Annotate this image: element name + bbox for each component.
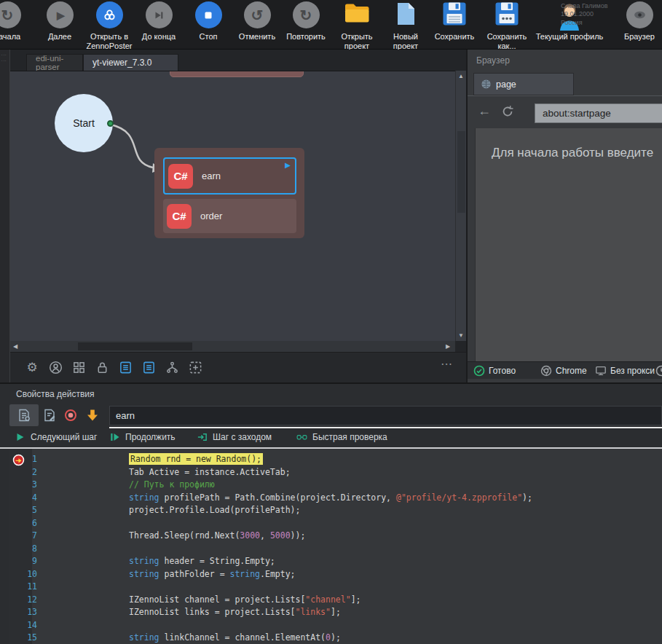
code-line[interactable]: 13IZennoList links = project.Lists["link… [9,606,662,619]
branch-icon[interactable] [165,360,179,374]
save-icon [442,1,467,31]
offscreen-group-block[interactable] [170,71,304,77]
tab-separator [468,95,662,96]
action-group[interactable]: C#earn▶C#order [154,148,304,238]
open-folder-icon [343,1,371,31]
doc-gear-button[interactable] [9,404,39,426]
status-label: Готово [489,366,516,376]
debug-action-dbg-play[interactable]: Следующий шаг [15,432,97,442]
code-line[interactable]: 8 [9,543,662,556]
debug-action-dbg-resume[interactable]: Продолжить [109,432,176,442]
code-line[interactable]: 5project.Profile.Load(profilePath); [9,504,662,517]
code-text: string header = String.Empty; [129,556,275,566]
record-button[interactable] [60,404,82,426]
list-icon[interactable] [118,360,133,374]
arrow-down-button[interactable] [82,404,103,426]
toolbar-button-undo[interactable]: ↺Отменить [233,1,281,42]
toolbar-button-stop[interactable]: Стоп [184,1,232,42]
code-line[interactable]: 12IZennoList channel = project.Lists["ch… [9,594,662,607]
person-circle-icon[interactable] [48,360,63,374]
back-icon[interactable]: ← [478,103,491,119]
lock-icon[interactable] [95,360,109,374]
chrome-icon [540,365,552,377]
profile-info-dob: 19.01.2000 [561,10,608,18]
more-tools-icon[interactable]: ⋯ [441,357,453,371]
code-editor[interactable]: 1Random rnd = new Random();2Tab Active =… [9,449,662,644]
refresh-icon[interactable] [501,105,514,118]
canvas-horizontal-scrollbar[interactable]: ◀ ▶ [10,341,455,352]
toolbar-button-zennoposter[interactable]: Открыть в ZennoPoster [80,1,138,50]
toolbar-button-label: Открыть проект [331,32,382,50]
csharp-badge: C# [168,164,193,189]
toolbar-button-save[interactable]: Сохранить [427,1,482,42]
toolbar-button-label: Открыть в ZennoPoster [80,32,138,50]
code-line[interactable]: 10string pathFolder = string.Empty; [9,568,662,581]
start-node[interactable]: Start [55,94,113,152]
start-output-port[interactable] [107,120,114,127]
main-toolbar: ↻начала▶ДалееОткрыть в ZennoPosterДо кон… [0,0,662,50]
scroll-left-icon[interactable]: ◀ [13,343,17,350]
gear-icon[interactable]: ⚙ [25,360,39,374]
scroll-down-icon[interactable]: ▼ [456,332,466,339]
action-block-label: order [200,211,222,221]
code-line[interactable]: 6 [9,517,662,530]
toolbar-button-play[interactable]: ▶Далее [36,1,84,42]
toolbar-button-browser-eye[interactable]: Браузер [616,1,662,42]
tab-edi-uni-parser[interactable]: edi-uni-parser [26,54,83,71]
code-text: string pathFolder = string.Empty; [129,569,296,579]
grid-icon[interactable] [71,360,86,374]
toolbar-button-label: Текущий профиль [536,32,604,42]
code-text: Thread.Sleep(rnd.Next(3000, 5000)); [129,530,305,541]
flow-designer: edi-uni-parseryt-viewer_7.3.0 ▾ Start C#… [10,50,466,382]
code-line[interactable]: 2Tab Active = instance.ActiveTab; [9,466,662,479]
toolbar-button-open-folder[interactable]: Открыть проект [331,1,382,50]
list2-icon[interactable] [141,360,156,374]
code-line[interactable]: 14 [9,619,662,632]
tab-yt-viewer_7.3.0[interactable]: yt-viewer_7.3.0 [83,54,178,71]
block-play-icon: ▶ [285,161,291,169]
debug-action-dbg-step-in[interactable]: Шаг с заходом [197,432,272,442]
dbg-resume-icon [109,432,120,442]
code-line[interactable]: 4string profilePath = Path.Combine(proje… [9,492,662,505]
scroll-up-icon[interactable]: ▲ [456,73,466,79]
toolbar-button-label: Сохранить [435,32,475,42]
url-input[interactable]: about:startpage [535,103,662,123]
canvas-vertical-scrollbar[interactable]: ▲ ▼ [455,71,466,341]
line-number: 8 [9,543,37,556]
add-region-icon[interactable] [188,360,202,374]
code-line[interactable]: 3// Путь к профилю [9,479,662,492]
toolbar-button-restart[interactable]: ↻начала [0,1,34,42]
code-line[interactable]: 11 [9,581,662,594]
status-clock-circle [655,365,662,377]
browser-viewport[interactable]: Для начала работы введите [475,128,662,361]
toolbar-button-skip-end[interactable]: До конца [135,1,183,42]
action-name-input[interactable]: earn [109,406,662,425]
code-line[interactable]: 9string header = String.Empty; [9,555,662,568]
status-Готово: Готово [473,365,516,377]
flow-canvas[interactable]: Start C#earn▶C#order [10,71,455,341]
scroll-right-icon[interactable]: ▶ [446,343,450,350]
clock-circle-icon [655,365,662,377]
project-tabstrip: edi-uni-parseryt-viewer_7.3.0 [10,54,466,71]
start-node-label: Start [73,117,95,129]
restart-icon: ↻ [0,1,21,31]
vertical-scroll-thumb[interactable] [457,131,465,213]
action-block-label: earn [202,170,221,181]
toolbar-button-profile-avatar[interactable]: Текущий профильСлава Галимов19.01.2000Ро… [523,1,616,42]
code-text: IZennoList links = project.Lists["links"… [129,607,341,617]
horizontal-scroll-thumb[interactable] [78,342,192,350]
action-block-earn[interactable]: C#earn▶ [163,157,296,195]
toolbar-button-new-doc[interactable]: Новый проект [380,1,431,50]
globe-icon [481,79,492,90]
code-line[interactable]: 15string linkChannel = channel.ElementAt… [9,632,662,644]
code-line[interactable]: 7Thread.Sleep(rnd.Next(3000, 5000)); [9,530,662,543]
debug-action-label: Быстрая проверка [312,432,387,442]
tab-label: yt-viewer_7.3.0 [92,58,151,68]
browser-tab-page[interactable]: page [473,73,574,95]
action-block-order[interactable]: C#order [163,199,296,233]
toolbar-button-redo[interactable]: ↻Повторить [282,1,330,42]
debug-action-dbg-glasses[interactable]: Быстрая проверка [296,432,387,442]
doc-edit-button[interactable] [39,404,60,426]
code-lines: 1Random rnd = new Random();2Tab Active =… [9,453,662,644]
code-line[interactable]: 1Random rnd = new Random(); [9,453,662,466]
